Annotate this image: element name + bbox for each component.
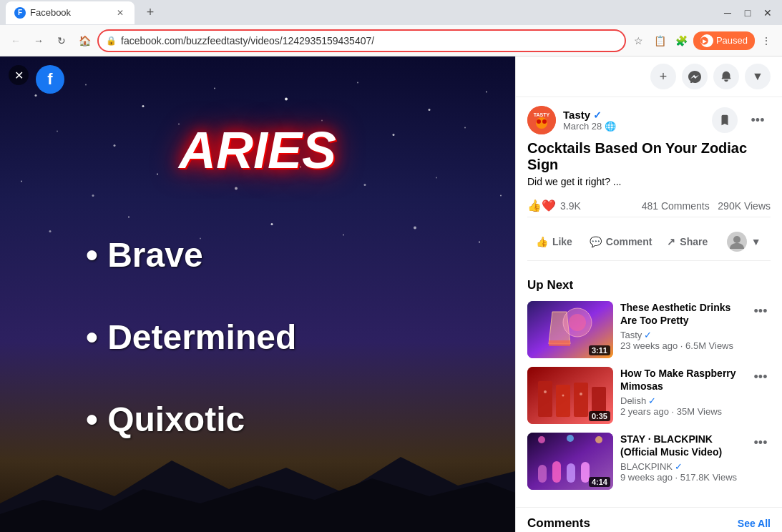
video-title-1: These Aesthetic Drinks Are Too Pretty <box>620 301 743 327</box>
comments-title: Comments <box>527 516 590 531</box>
post-description: Did we get it right? ... <box>527 176 771 187</box>
minimize-button[interactable]: ─ <box>719 4 736 21</box>
svg-point-32 <box>479 241 480 242</box>
share-button[interactable]: ↗ Share <box>660 226 714 257</box>
home-button[interactable]: 🏠 <box>74 31 94 51</box>
nav-right-actions: ☆ 📋 🧩 ▶ Paused ⋮ <box>629 31 776 51</box>
viewer-avatar-button[interactable]: ▼ <box>717 226 771 257</box>
url-text: facebook.com/buzzfeedtasty/videos/124293… <box>121 35 617 46</box>
top-actions-bar: + ▼ <box>516 56 782 97</box>
more-video-options-3[interactable]: ••• <box>751 433 771 453</box>
window-close-button[interactable]: ✕ <box>759 4 776 21</box>
svg-point-58 <box>595 436 602 443</box>
svg-text:TASTY: TASTY <box>534 112 550 117</box>
channel-verified-3: ✓ <box>675 461 683 472</box>
like-icon: 👍 <box>536 236 548 247</box>
more-video-options-2[interactable]: ••• <box>751 367 771 387</box>
address-bar[interactable]: 🔒 facebook.com/buzzfeedtasty/videos/1242… <box>97 29 626 52</box>
video-channel-3: BLACKPINK ✓ <box>620 461 743 472</box>
video-card-3[interactable]: 4:14 STAY · BLACKPINK (Official Music Vi… <box>527 433 771 490</box>
video-thumb-2: 0:35 <box>527 367 613 424</box>
page-name[interactable]: Tasty ✓ <box>563 109 705 121</box>
refresh-button[interactable]: ↻ <box>52 31 72 51</box>
bookmark-button[interactable]: ☆ <box>629 31 649 51</box>
video-player[interactable]: ✕ f ARIES • Brave • Determined • Quixoti… <box>0 56 515 532</box>
svg-rect-48 <box>538 381 552 417</box>
svg-point-17 <box>464 127 466 128</box>
svg-point-31 <box>414 226 416 229</box>
channel-verified-2: ✓ <box>648 395 656 406</box>
reading-list-button[interactable]: 📋 <box>650 31 670 51</box>
add-action-button[interactable]: + <box>650 64 676 89</box>
svg-rect-44 <box>549 340 570 346</box>
page-name-wrap: Tasty ✓ March 28 🌐 <box>563 109 705 132</box>
love-reaction-icon: ❤️ <box>542 199 556 212</box>
more-options-button[interactable]: ••• <box>745 107 771 133</box>
svg-point-10 <box>486 91 487 92</box>
video-duration-2: 0:35 <box>589 411 610 421</box>
browser-menu-button[interactable]: ⋮ <box>756 31 776 51</box>
save-button[interactable] <box>712 107 738 133</box>
svg-point-46 <box>569 314 586 331</box>
title-bar: F Facebook ✕ + ─ □ ✕ <box>0 0 782 25</box>
tab-close-button[interactable]: ✕ <box>114 7 126 19</box>
paused-badge[interactable]: ▶ Paused <box>693 31 755 50</box>
comments-views: 481 Comments 290K Views <box>642 200 771 212</box>
up-next-section: Up Next <box>516 270 782 507</box>
comment-button[interactable]: 💬 Comment <box>584 226 658 257</box>
svg-point-53 <box>562 395 564 397</box>
svg-point-26 <box>49 230 52 232</box>
browser-tab[interactable]: F Facebook ✕ <box>6 1 135 24</box>
video-background: ✕ f ARIES • Brave • Determined • Quixoti… <box>0 56 515 532</box>
page-content: ✕ f ARIES • Brave • Determined • Quixoti… <box>0 56 782 532</box>
nav-bar: ← → ↻ 🏠 🔒 facebook.com/buzzfeedtasty/vid… <box>0 25 782 56</box>
svg-point-3 <box>35 94 37 97</box>
svg-point-5 <box>142 105 145 107</box>
browser-window: F Facebook ✕ + ─ □ ✕ ← → ↻ 🏠 🔒 facebook.… <box>0 0 782 532</box>
svg-point-30 <box>343 234 344 235</box>
share-icon: ↗ <box>667 236 675 247</box>
svg-point-11 <box>57 130 58 132</box>
video-close-button[interactable]: ✕ <box>9 65 29 85</box>
video-thumb-3: 4:14 <box>527 433 613 490</box>
svg-point-27 <box>128 216 129 217</box>
svg-rect-49 <box>556 385 570 417</box>
svg-point-25 <box>500 194 502 196</box>
page-avatar: TASTY <box>527 106 556 134</box>
tab-favicon: F <box>14 7 26 19</box>
tab-title: Facebook <box>30 7 71 18</box>
back-button[interactable]: ← <box>6 31 26 51</box>
svg-point-6 <box>214 87 215 89</box>
messenger-button[interactable] <box>682 64 708 89</box>
window-controls: ─ □ ✕ <box>719 4 776 21</box>
video-card-2[interactable]: 0:35 How To Make Raspberry Mimosas Delis… <box>527 367 771 424</box>
see-all-link[interactable]: See All <box>738 518 771 529</box>
svg-point-8 <box>357 82 358 83</box>
globe-icon: 🌐 <box>605 121 616 132</box>
video-channel-1: Tasty ✓ <box>620 330 743 340</box>
facebook-logo[interactable]: f <box>36 65 64 94</box>
svg-point-39 <box>542 119 547 124</box>
extensions-button[interactable]: 🧩 <box>672 31 692 51</box>
trait-2: • Determined <box>86 317 296 357</box>
paused-icon: ▶ <box>700 34 713 47</box>
svg-point-29 <box>271 223 273 225</box>
dropdown-button[interactable]: ▼ <box>745 64 771 89</box>
video-card-1[interactable]: 3:11 These Aesthetic Drinks Are Too Pret… <box>527 301 771 358</box>
svg-rect-61 <box>567 463 575 483</box>
mountain-silhouette <box>0 446 515 532</box>
like-button[interactable]: 👍 Like <box>527 226 581 257</box>
svg-point-56 <box>538 436 545 443</box>
notifications-button[interactable] <box>713 64 739 89</box>
svg-point-19 <box>92 194 94 197</box>
maximize-button[interactable]: □ <box>739 4 756 21</box>
forward-button[interactable]: → <box>29 31 49 51</box>
more-video-options-1[interactable]: ••• <box>751 301 771 321</box>
video-title-3: STAY · BLACKPINK (Official Music Video) <box>620 433 743 458</box>
svg-point-20 <box>157 173 158 174</box>
video-duration-1: 3:11 <box>589 345 610 355</box>
new-tab-button[interactable]: + <box>140 3 160 23</box>
video-channel-2: Delish ✓ <box>620 395 743 406</box>
video-traits: • Brave • Determined • Quixotic <box>86 235 296 482</box>
video-duration-3: 4:14 <box>589 477 610 487</box>
